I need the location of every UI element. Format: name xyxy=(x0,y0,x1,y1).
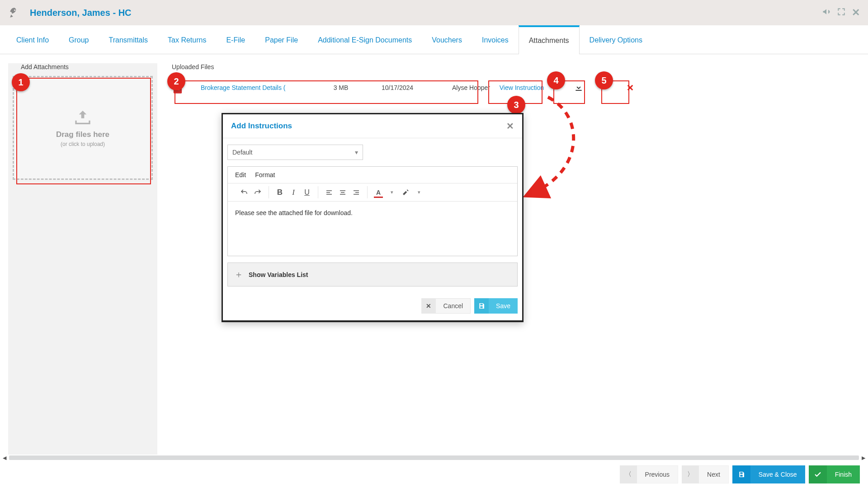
callout-1: 1 xyxy=(12,73,30,91)
underline-button[interactable]: U xyxy=(302,188,311,197)
tab-attachments[interactable]: Attachments xyxy=(519,25,580,54)
download-icon xyxy=(574,83,583,92)
highlight-button[interactable] xyxy=(401,188,410,197)
align-left-button[interactable] xyxy=(325,188,334,197)
redo-button[interactable] xyxy=(253,188,262,197)
rte-menu-edit[interactable]: Edit xyxy=(235,171,246,178)
tab-transmittals[interactable]: Transmittals xyxy=(99,25,158,54)
file-dropzone[interactable]: Drag files here (or click to upload) xyxy=(13,76,153,180)
save-label: Save xyxy=(489,298,518,314)
template-dropdown[interactable]: Default ▾ xyxy=(227,145,363,160)
rte-toolbar: B I U A ▾ ▾ xyxy=(228,183,517,202)
fullscreen-icon[interactable] xyxy=(837,8,845,18)
horizontal-scrollbar[interactable]: ◀ ▶ xyxy=(0,455,868,461)
chevron-down-icon[interactable]: ▾ xyxy=(387,188,396,197)
cancel-label: Cancel xyxy=(436,298,471,314)
plus-icon: ＋ xyxy=(234,268,243,281)
file-size: 3 MB xyxy=(318,84,363,91)
scroll-right-icon[interactable]: ▶ xyxy=(862,455,865,461)
save-icon xyxy=(478,302,485,310)
tab-client-info[interactable]: Client Info xyxy=(6,25,59,54)
uploaded-files-label: Uploaded Files xyxy=(168,63,860,70)
tab-invoices[interactable]: Invoices xyxy=(472,25,519,54)
text-color-button[interactable]: A xyxy=(374,188,383,197)
add-attachments-panel: Add Attachments Drag files here (or clic… xyxy=(8,63,157,461)
rocket-icon xyxy=(8,7,20,19)
title-bar: Henderson, James - HC ✕ xyxy=(0,0,868,25)
tab-strip: Client Info Group Transmittals Tax Retur… xyxy=(0,25,868,54)
view-instruction-link[interactable]: View Instruction xyxy=(497,84,547,91)
show-variables-label: Show Variables List xyxy=(249,271,308,278)
tab-vouchers[interactable]: Vouchers xyxy=(422,25,472,54)
close-icon[interactable]: ✕ xyxy=(852,7,860,19)
callout-4: 4 xyxy=(547,71,565,89)
announce-icon[interactable] xyxy=(822,7,831,19)
file-user: Alyse Hooper xyxy=(431,84,490,91)
modal-title: Add Instructions xyxy=(231,122,292,131)
download-button[interactable] xyxy=(569,79,589,97)
show-variables-button[interactable]: ＋ Show Variables List xyxy=(227,263,518,286)
modal-close-button[interactable]: ✕ xyxy=(506,121,514,131)
chevron-down-icon[interactable]: ▾ xyxy=(415,188,424,197)
add-instructions-modal: Add Instructions ✕ Default ▾ Edit Format… xyxy=(222,113,524,322)
delete-button[interactable] xyxy=(620,79,640,97)
rte-menu-format[interactable]: Format xyxy=(255,171,275,178)
tab-e-file[interactable]: E-File xyxy=(216,25,255,54)
tab-additional-esign[interactable]: Additional E-Sign Documents xyxy=(308,25,422,54)
align-right-button[interactable] xyxy=(352,188,361,197)
delete-icon xyxy=(626,84,634,92)
page-title: Henderson, James - HC xyxy=(30,8,132,18)
callout-5: 5 xyxy=(595,71,613,89)
undo-button[interactable] xyxy=(240,188,249,197)
rich-text-editor: Edit Format B I U A xyxy=(227,166,518,256)
scroll-left-icon[interactable]: ◀ xyxy=(3,455,6,461)
close-icon: ✕ xyxy=(426,302,431,310)
add-attachments-label: Add Attachments xyxy=(8,63,157,70)
cancel-button[interactable]: ✕ Cancel xyxy=(421,298,474,314)
dropzone-subtext: (or click to upload) xyxy=(61,141,105,147)
align-center-button[interactable] xyxy=(338,188,347,197)
dropdown-value: Default xyxy=(232,149,252,156)
file-date: 10/17/2024 xyxy=(368,84,427,91)
dropzone-text: Drag files here xyxy=(56,130,109,139)
tab-tax-returns[interactable]: Tax Returns xyxy=(158,25,216,54)
editor-body[interactable]: Please see the attached file for downloa… xyxy=(228,202,517,256)
tab-delivery-options[interactable]: Delivery Options xyxy=(580,25,652,54)
callout-3: 3 xyxy=(507,96,525,114)
file-name-link[interactable]: Brokerage Statement Details ( xyxy=(187,84,314,91)
tab-group[interactable]: Group xyxy=(59,25,99,54)
italic-button[interactable]: I xyxy=(289,188,298,197)
chevron-down-icon: ▾ xyxy=(355,149,358,156)
scroll-track[interactable] xyxy=(9,455,859,460)
tab-paper-file[interactable]: Paper File xyxy=(255,25,308,54)
upload-icon xyxy=(71,108,94,127)
save-button[interactable]: Save xyxy=(474,298,518,314)
callout-2: 2 xyxy=(167,72,185,90)
bold-button[interactable]: B xyxy=(275,188,284,197)
